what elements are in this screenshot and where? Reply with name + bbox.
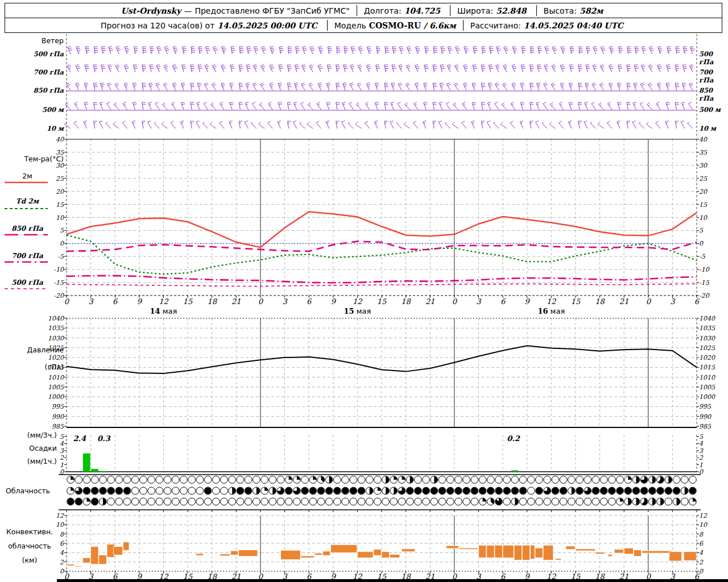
cloud-fill: [609, 488, 615, 494]
cloud-circle: [196, 498, 204, 505]
temp-panel: [67, 139, 697, 298]
cloud-circle: [148, 476, 155, 484]
cloud-fill: [107, 488, 114, 494]
conv-ytick: 2: [60, 558, 64, 566]
convective-bar: [322, 551, 330, 555]
precip-ytick: 1: [60, 461, 64, 468]
bottom-xtick: 9: [331, 572, 336, 581]
cloud-circle: [83, 476, 90, 484]
cloud-circle: [269, 498, 276, 505]
pressure-ytick: 1010: [48, 373, 64, 381]
cloud-circle: [253, 476, 260, 484]
temp-ytick: 0: [699, 240, 703, 247]
pressure-ytick: 990: [699, 413, 711, 420]
convective-bar: [374, 550, 381, 556]
cloud-circle: [277, 498, 284, 505]
convective-bar: [522, 545, 530, 560]
conv-ytick: 8: [699, 530, 703, 538]
cloud-fill: [124, 488, 131, 494]
convective-bar: [608, 555, 613, 556]
conv-ytick: 12: [699, 512, 707, 519]
pressure-ytick: 1015: [699, 364, 715, 371]
cloud-fill: [205, 488, 212, 494]
cloud-circle: [333, 498, 341, 505]
temp-xtick: 12: [547, 297, 556, 306]
cloud-circle: [358, 476, 365, 484]
cloud-circle: [180, 498, 188, 505]
cloud-circle: [325, 498, 333, 505]
cloud-fill: [402, 476, 406, 480]
convective-bar: [67, 564, 74, 566]
convective-bar: [514, 545, 522, 560]
temp-xtick: 3: [282, 297, 287, 306]
cloud-circle: [140, 487, 147, 494]
convective-bar: [220, 554, 230, 556]
cloud-circle: [608, 476, 615, 484]
cloud-circle: [689, 476, 696, 484]
cloud-circle: [608, 498, 615, 505]
convective-bar: [357, 552, 373, 558]
temp-ytick: 30: [699, 161, 707, 169]
convective-bar: [503, 545, 514, 558]
cloud-circle: [600, 498, 607, 505]
convective-panel: [67, 516, 697, 573]
cloud-circle: [415, 476, 422, 484]
pressure-ytick: 1035: [699, 325, 715, 332]
temp-ytick: -5: [57, 253, 64, 260]
pressure-ytick: 1015: [48, 364, 64, 371]
temp-xtick: 15: [183, 297, 193, 306]
cloud-fill: [289, 476, 292, 480]
precip-value: 2.4: [73, 434, 86, 443]
temp-ytick: -20: [699, 292, 709, 300]
convective-bar: [82, 558, 90, 563]
convective-bar: [91, 547, 98, 564]
bottom-xtick: 18: [207, 572, 217, 581]
temp-ytick: 35: [56, 148, 64, 156]
cloud-fill: [75, 498, 82, 505]
cloud-circle: [123, 498, 131, 505]
cloud-circle: [188, 487, 196, 494]
temp-xtick: 9: [525, 297, 530, 306]
bottom-xtick: 3: [282, 572, 287, 581]
temp-xtick: 9: [331, 297, 336, 306]
cloud-circle: [245, 476, 252, 484]
cloud-circle: [229, 498, 236, 505]
precip-bar: [511, 471, 519, 472]
cloud-circle: [156, 498, 163, 505]
cloud-fill: [92, 498, 98, 505]
bottom-xtick: 21: [425, 572, 435, 581]
meteogram-plot: [0, 0, 728, 582]
cloud-circle: [358, 498, 365, 505]
cloud-fill: [71, 476, 74, 480]
cloud-circle: [455, 476, 462, 484]
bottom-xtick: 12: [547, 572, 556, 581]
convective-bar: [566, 546, 575, 550]
bottom-xtick: 18: [401, 572, 411, 581]
bottom-xtick: 12: [159, 572, 168, 581]
convective-bar: [196, 554, 203, 555]
cloud-fill: [487, 488, 494, 494]
bottom-xtick: 6: [694, 572, 699, 581]
convective-bar: [535, 548, 543, 558]
bottom-xtick: 21: [231, 572, 241, 581]
cloud-circle: [212, 476, 220, 484]
cloud-circle: [317, 498, 325, 505]
convective-bar: [614, 550, 623, 554]
pressure-ytick: 1010: [699, 373, 715, 381]
temp-ytick: 40: [56, 136, 64, 143]
temp-ytick: 20: [56, 188, 64, 195]
convective-bar: [99, 555, 106, 564]
temp-ytick: 40: [699, 136, 707, 143]
cloud-circle: [156, 476, 163, 484]
cloud-circle: [245, 498, 252, 505]
cloud-circle: [131, 487, 139, 494]
cloud-fill: [415, 488, 421, 494]
cloud-circle: [91, 476, 98, 484]
bottom-xtick: 0: [452, 572, 457, 581]
precip-value: 0.3: [97, 434, 110, 443]
convective-bar: [642, 551, 672, 553]
wind-barbs-row-4: [64, 121, 692, 128]
cloud-fill: [358, 488, 365, 494]
convective-bar: [478, 545, 486, 558]
cloud-panel: [59, 475, 701, 512]
